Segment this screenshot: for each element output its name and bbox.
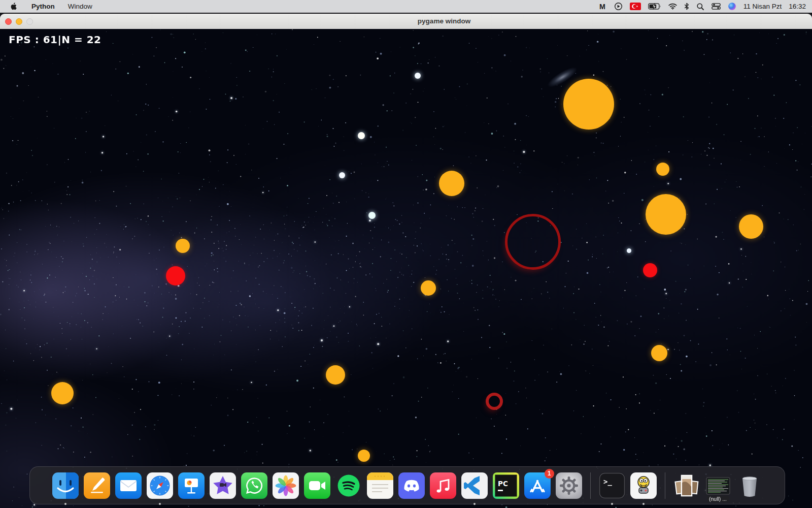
dock-item-music-icon[interactable] xyxy=(430,472,456,499)
play-circle-icon[interactable] xyxy=(614,2,623,11)
game-circle-red xyxy=(166,266,185,285)
dock-item-trash-icon[interactable] xyxy=(736,472,763,499)
game-circle-orange xyxy=(421,280,436,296)
menu-bar-left: Python Window xyxy=(0,2,92,11)
game-circle-orange xyxy=(646,194,686,235)
apple-logo-icon[interactable] xyxy=(11,2,18,11)
game-circle-white xyxy=(627,248,631,253)
dock-item-photos-icon[interactable] xyxy=(273,472,299,499)
dock-item-facetime-icon[interactable] xyxy=(304,472,330,499)
running-indicator xyxy=(611,503,613,505)
wifi-icon[interactable] xyxy=(668,2,677,11)
dock-item-pages-icon[interactable] xyxy=(84,472,110,499)
dock: PC1>_(null) ... xyxy=(29,466,785,504)
window-title: pygame window xyxy=(418,14,470,29)
desktop: Python Window M 11 Nisan Pzt 16:32 pygam… xyxy=(0,0,812,508)
zoom-button[interactable] xyxy=(26,18,33,25)
dock-divider xyxy=(665,472,665,499)
dock-item-discord-icon[interactable] xyxy=(398,472,425,499)
pygame-window: pygame window FPS : 61|N = 22 xyxy=(0,14,812,508)
dock-item-caption: (null) ... xyxy=(707,496,729,502)
menu-window[interactable]: Window xyxy=(68,3,92,10)
dock-item-whatsapp-icon[interactable] xyxy=(241,472,267,499)
running-indicator xyxy=(473,503,476,505)
dock-item-settings-icon[interactable] xyxy=(556,472,582,499)
dock-item-nulldoc-icon[interactable]: (null) ... xyxy=(705,472,731,499)
svg-text:PC: PC xyxy=(498,480,508,488)
game-circle-white xyxy=(368,212,376,219)
game-circle-orange xyxy=(358,450,370,462)
game-circle-orange xyxy=(326,365,345,385)
dock-item-imovie-icon[interactable] xyxy=(210,472,236,499)
menu-python[interactable]: Python xyxy=(31,3,55,10)
status-icons: M xyxy=(599,2,736,11)
dock-item-spotify-icon[interactable] xyxy=(335,472,362,499)
running-indicator xyxy=(64,503,66,505)
running-indicator xyxy=(642,503,645,505)
game-circle-red xyxy=(643,263,657,277)
dock-item-terminal-icon[interactable]: >_ xyxy=(599,472,625,499)
game-circle-white xyxy=(358,132,365,139)
dock-item-vscode-icon[interactable] xyxy=(461,472,488,499)
dock-item-koopa-icon[interactable] xyxy=(630,472,657,499)
dock-item-finder-icon[interactable] xyxy=(52,472,79,499)
game-circle-orange xyxy=(439,171,464,196)
dock-item-pycharm-icon[interactable]: PC xyxy=(493,472,519,499)
malwarebytes-icon[interactable]: M xyxy=(599,2,607,11)
menu-bar: Python Window M 11 Nisan Pzt 16:32 xyxy=(0,0,812,13)
notification-badge: 1 xyxy=(545,469,554,479)
spotlight-search-icon[interactable] xyxy=(696,2,704,11)
game-circle-orange xyxy=(563,79,614,130)
dock-item-appstore-icon[interactable]: 1 xyxy=(524,472,551,499)
menu-bar-date[interactable]: 11 Nisan Pzt xyxy=(743,3,782,10)
game-circle-orange xyxy=(176,239,190,253)
running-indicator xyxy=(159,503,161,505)
dock-item-safari-icon[interactable] xyxy=(147,472,173,499)
traffic-lights xyxy=(5,14,33,29)
menu-bar-time[interactable]: 16:32 xyxy=(789,3,806,10)
game-canvas[interactable]: FPS : 61|N = 22 xyxy=(0,29,812,508)
control-center-icon[interactable] xyxy=(712,2,721,11)
game-ring xyxy=(486,393,503,410)
game-circle-orange xyxy=(51,382,74,404)
dock-divider xyxy=(590,472,591,499)
svg-text:M: M xyxy=(599,2,605,10)
svg-text:>_: >_ xyxy=(603,478,612,486)
game-circle-orange xyxy=(739,214,763,239)
dock-item-keynote-icon[interactable] xyxy=(178,472,205,499)
fps-counter: FPS : 61|N = 22 xyxy=(9,34,101,46)
dock-item-photostack-icon[interactable] xyxy=(673,472,700,499)
game-circle-orange xyxy=(656,163,669,176)
siri-icon[interactable] xyxy=(728,2,736,11)
close-button[interactable] xyxy=(5,18,12,25)
game-ring xyxy=(505,214,561,270)
game-circle-white xyxy=(339,172,345,178)
dock-item-notes-icon[interactable] xyxy=(367,472,393,499)
minimize-button[interactable] xyxy=(16,18,22,25)
game-objects-layer xyxy=(0,29,812,508)
battery-charging-icon[interactable] xyxy=(648,2,661,11)
game-circle-white xyxy=(415,73,421,79)
game-circle-orange xyxy=(651,345,667,361)
menu-bar-right: M 11 Nisan Pzt 16:32 xyxy=(599,2,812,11)
dock-item-mail-icon[interactable] xyxy=(115,472,142,499)
title-bar[interactable]: pygame window xyxy=(0,14,812,29)
bluetooth-icon[interactable] xyxy=(684,2,689,11)
turkish-flag-icon[interactable] xyxy=(630,2,641,11)
